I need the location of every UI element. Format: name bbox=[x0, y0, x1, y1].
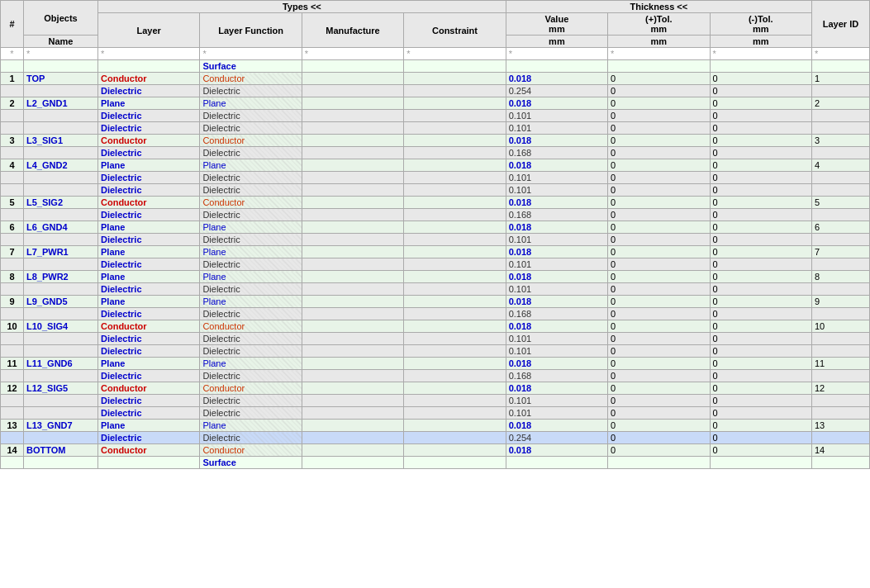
table-row[interactable]: 14BOTTOMConductorConductor0.0180014 bbox=[1, 444, 870, 457]
cell-name: L7_PWR1 bbox=[24, 246, 98, 258]
cell-layer: Plane bbox=[98, 97, 200, 110]
col-header-thickness: Thickness << bbox=[506, 1, 811, 13]
cell-layer: Dielectric bbox=[98, 407, 200, 420]
table-row[interactable]: DielectricDielectric0.10100 bbox=[1, 407, 870, 420]
table-row[interactable]: DielectricDielectric0.10100 bbox=[1, 122, 870, 135]
cell-name: L11_GND6 bbox=[24, 358, 98, 370]
table-row[interactable]: 13L13_GND7PlanePlane0.0180013 bbox=[1, 420, 870, 432]
table-row[interactable]: 9L9_GND5PlanePlane0.018009 bbox=[1, 296, 870, 308]
table-row[interactable]: 4L4_GND2PlanePlane0.018004 bbox=[1, 159, 870, 172]
table-row[interactable]: DielectricDielectric0.10100 bbox=[1, 395, 870, 407]
cell-layer: Conductor bbox=[98, 73, 200, 85]
table-row[interactable]: DielectricDielectric0.10100 bbox=[1, 333, 870, 345]
cell-layerfunc: Dielectric bbox=[200, 407, 302, 420]
cell-constraint bbox=[404, 308, 506, 320]
table-row[interactable]: 1TOPConductorConductor0.018001 bbox=[1, 73, 870, 85]
cell-layer: Dielectric bbox=[98, 345, 200, 358]
cell-constraint bbox=[404, 370, 506, 382]
cell-value: 0.168 bbox=[506, 308, 607, 320]
cell-layerid bbox=[812, 432, 870, 444]
table-row[interactable]: 2L2_GND1PlanePlane0.018002 bbox=[1, 97, 870, 110]
cell-manufacture bbox=[302, 296, 403, 308]
cell-manufacture bbox=[302, 73, 403, 85]
cell-minus: 0 bbox=[710, 172, 811, 184]
table-row[interactable]: DielectricDielectric0.25400 bbox=[1, 432, 870, 444]
cell-value: 0.018 bbox=[506, 97, 607, 110]
table-row[interactable]: 5L5_SIG2ConductorConductor0.018005 bbox=[1, 197, 870, 209]
table-row[interactable]: DielectricDielectric0.16800 bbox=[1, 370, 870, 382]
cell-plus bbox=[608, 457, 710, 469]
table-row[interactable]: DielectricDielectric0.10100 bbox=[1, 172, 870, 184]
filter-minus: * bbox=[710, 48, 811, 60]
cell-layerid: 3 bbox=[812, 135, 870, 147]
cell-num bbox=[1, 110, 24, 122]
cell-num bbox=[1, 122, 24, 135]
cell-minus: 0 bbox=[710, 246, 811, 258]
cell-layerid bbox=[812, 395, 870, 407]
table-row[interactable]: DielectricDielectric0.10100 bbox=[1, 258, 870, 271]
cell-plus: 0 bbox=[608, 85, 710, 97]
cell-name bbox=[24, 308, 98, 320]
cell-num bbox=[1, 370, 24, 382]
cell-name bbox=[24, 209, 98, 221]
cell-constraint bbox=[404, 97, 506, 110]
table-row[interactable]: Surface bbox=[1, 60, 870, 73]
cell-num bbox=[1, 345, 24, 358]
cell-minus: 0 bbox=[710, 209, 811, 221]
cell-layer bbox=[98, 60, 200, 73]
cell-num bbox=[1, 172, 24, 184]
cell-layerid bbox=[812, 370, 870, 382]
table-row[interactable]: DielectricDielectric0.25400 bbox=[1, 85, 870, 97]
filter-row[interactable]: * * * * * * * * * * bbox=[1, 48, 870, 60]
table-row[interactable]: DielectricDielectric0.10100 bbox=[1, 283, 870, 296]
table-row[interactable]: 6L6_GND4PlanePlane0.018006 bbox=[1, 221, 870, 234]
table-row[interactable]: 12L12_SIG5ConductorConductor0.0180012 bbox=[1, 382, 870, 395]
cell-value bbox=[506, 457, 607, 469]
cell-name bbox=[24, 258, 98, 271]
cell-layerid bbox=[812, 60, 870, 73]
cell-layerfunc: Dielectric bbox=[200, 110, 302, 122]
cell-constraint bbox=[404, 234, 506, 246]
col-header-value-unit: mm bbox=[506, 36, 607, 48]
table-row[interactable]: DielectricDielectric0.16800 bbox=[1, 209, 870, 221]
cell-layer: Dielectric bbox=[98, 258, 200, 271]
cell-minus: 0 bbox=[710, 283, 811, 296]
cell-layerfunc: Plane bbox=[200, 159, 302, 172]
cell-value: 0.018 bbox=[506, 420, 607, 432]
cell-plus: 0 bbox=[608, 345, 710, 358]
table-row[interactable]: DielectricDielectric0.10100 bbox=[1, 110, 870, 122]
table-row[interactable]: DielectricDielectric0.16800 bbox=[1, 147, 870, 159]
col-header-layerfunc: Layer Function bbox=[200, 13, 302, 48]
cell-manufacture bbox=[302, 197, 403, 209]
cell-manufacture bbox=[302, 407, 403, 420]
table-row[interactable]: Surface bbox=[1, 457, 870, 469]
table-row[interactable]: 7L7_PWR1PlanePlane0.018007 bbox=[1, 246, 870, 258]
cell-num: 12 bbox=[1, 382, 24, 395]
table-row[interactable]: DielectricDielectric0.10100 bbox=[1, 345, 870, 358]
table-row[interactable]: DielectricDielectric0.10100 bbox=[1, 234, 870, 246]
cell-layer: Dielectric bbox=[98, 147, 200, 159]
table-row[interactable]: 3L3_SIG1ConductorConductor0.018003 bbox=[1, 135, 870, 147]
table-row[interactable]: DielectricDielectric0.10100 bbox=[1, 184, 870, 197]
table-row[interactable]: 10L10_SIG4ConductorConductor0.0180010 bbox=[1, 320, 870, 333]
cell-manufacture bbox=[302, 246, 403, 258]
cell-manufacture bbox=[302, 221, 403, 234]
cell-name bbox=[24, 345, 98, 358]
cell-layerfunc: Dielectric bbox=[200, 122, 302, 135]
cell-layer: Plane bbox=[98, 221, 200, 234]
cell-value: 0.018 bbox=[506, 320, 607, 333]
table-row[interactable]: 8L8_PWR2PlanePlane0.018008 bbox=[1, 271, 870, 283]
cell-name bbox=[24, 234, 98, 246]
table-row[interactable]: DielectricDielectric0.16800 bbox=[1, 308, 870, 320]
cell-value: 0.018 bbox=[506, 197, 607, 209]
cell-num: 5 bbox=[1, 197, 24, 209]
cell-layerfunc: Plane bbox=[200, 296, 302, 308]
cell-layer: Conductor bbox=[98, 382, 200, 395]
cell-layerid bbox=[812, 172, 870, 184]
table-row[interactable]: 11L11_GND6PlanePlane0.0180011 bbox=[1, 358, 870, 370]
filter-layer: * bbox=[98, 48, 200, 60]
cell-plus: 0 bbox=[608, 172, 710, 184]
cell-value: 0.101 bbox=[506, 333, 607, 345]
cell-value: 0.168 bbox=[506, 209, 607, 221]
cell-minus bbox=[710, 60, 811, 73]
